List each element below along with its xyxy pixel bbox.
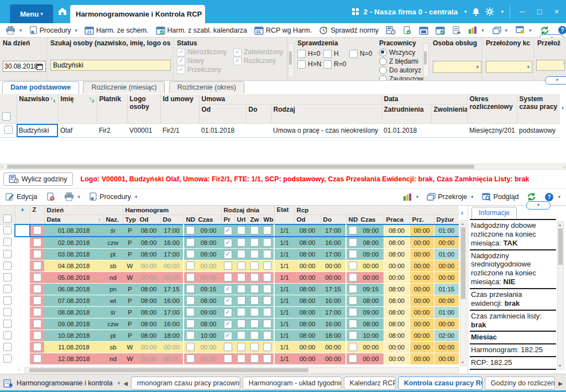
cell-rcp-do[interactable]: 17:00: [321, 224, 346, 237]
cell-pr[interactable]: ✓: [221, 249, 234, 260]
cell-harm-nd[interactable]: [184, 260, 196, 272]
pracownicy-scrollbar[interactable]: [423, 43, 429, 77]
cell-harm-nd[interactable]: [184, 353, 196, 365]
cell-naz[interactable]: nd: [103, 272, 123, 284]
checkbox[interactable]: [297, 60, 306, 69]
cell-harm-od[interactable]: 08:00: [137, 295, 160, 307]
status-option[interactable]: ✓Przeliczony: [177, 65, 230, 74]
cell-harm-do[interactable]: 00:00: [160, 342, 184, 353]
checkbox[interactable]: [3, 320, 12, 328]
bottom-tab[interactable]: Kalendarz RCP: [344, 377, 396, 390]
refresh-button[interactable]: [538, 25, 552, 35]
cell-harm-do[interactable]: 17:00: [160, 224, 184, 237]
wylicz-godziny-button[interactable]: Wylicz godziny: [3, 173, 73, 186]
checkbox[interactable]: [250, 354, 259, 363]
cell-rcp-nd[interactable]: [346, 272, 358, 284]
checkbox[interactable]: ✓: [177, 48, 185, 56]
window-settings-button[interactable]: ▾: [513, 25, 534, 35]
cell-pr[interactable]: ✓: [221, 330, 234, 342]
checkbox[interactable]: [263, 273, 271, 281]
cell-zwolnienia[interactable]: [431, 124, 467, 138]
cell-etat[interactable]: 1/1: [274, 260, 294, 272]
checkbox[interactable]: [349, 354, 357, 363]
cell-typ[interactable]: P: [123, 318, 137, 330]
cell-etat[interactable]: 1/1: [274, 237, 294, 249]
cell-prz[interactable]: 00:00: [410, 272, 434, 284]
cell-praca[interactable]: 08:00: [384, 237, 410, 249]
cell-rcp-od[interactable]: 08:00: [294, 224, 321, 237]
cell-dyzur[interactable]: 01:00: [434, 249, 459, 260]
tabs-scroll-left-icon[interactable]: ◀: [123, 380, 128, 386]
cell-expand[interactable]: [15, 318, 30, 330]
calculator-clock-icon[interactable]: [384, 25, 398, 35]
checkbox[interactable]: ✓: [177, 57, 185, 65]
cell-rcp-od[interactable]: 00:00: [294, 260, 321, 272]
cell-pr[interactable]: ✓: [221, 295, 234, 307]
checkbox[interactable]: [186, 285, 195, 293]
maximize-button[interactable]: □: [533, 7, 546, 16]
cell-naz[interactable]: wt: [103, 295, 123, 307]
cell-dyzur[interactable]: 00:00: [434, 237, 459, 249]
cell-url[interactable]: [234, 318, 248, 330]
radio-button[interactable]: [379, 49, 387, 56]
schedule-row[interactable]: 03.08.2018 pt P 08:00 17:00 09:00 ✓ 1/1 …: [0, 249, 459, 260]
cell-pr[interactable]: ✓: [221, 307, 234, 318]
checkbox[interactable]: ✓: [224, 309, 232, 317]
checkbox[interactable]: ✓: [224, 227, 232, 235]
cell-rcp-czas[interactable]: 00:00: [358, 260, 384, 272]
checkbox[interactable]: [33, 262, 41, 270]
cell-typ[interactable]: P: [123, 330, 137, 342]
checkbox[interactable]: [33, 250, 41, 258]
checkbox[interactable]: ✓: [224, 332, 232, 340]
cell-typ[interactable]: W: [123, 353, 137, 365]
cell-wb[interactable]: [261, 237, 274, 249]
cell-naz[interactable]: pn: [103, 284, 123, 295]
cell-zw[interactable]: [248, 307, 261, 318]
checkbox[interactable]: [33, 343, 41, 351]
checkbox[interactable]: [349, 331, 357, 339]
cell-typ[interactable]: P: [123, 284, 137, 295]
cell-rcp-od[interactable]: 08:00: [294, 295, 321, 307]
cell-imie[interactable]: Olaf: [58, 124, 97, 138]
cell-harm-czas[interactable]: 00:00: [196, 342, 221, 353]
schedule-row[interactable]: 02.08.2018 czw P 08:00 16:00 08:00 ✓ 1/1…: [0, 237, 459, 249]
cell-data[interactable]: 12.08.2018: [44, 353, 103, 365]
cell-harm-nd[interactable]: [184, 307, 196, 318]
help-button[interactable]: ? ▾: [542, 192, 563, 202]
cell-rcp-do[interactable]: 16:00: [321, 295, 346, 307]
checkbox[interactable]: [250, 285, 259, 293]
cell-harm-od[interactable]: 08:00: [137, 284, 160, 295]
cell-etat[interactable]: 1/1: [274, 330, 294, 342]
close-button[interactable]: ×: [551, 7, 563, 16]
cell-harm-do[interactable]: 00:00: [160, 272, 184, 284]
schedule-row[interactable]: 07.08.2018 wt P 08:00 16:00 08:00 ✓ 1/1 …: [0, 295, 459, 307]
cell-rcp-od[interactable]: 08:00: [294, 330, 321, 342]
cell-rcp-do[interactable]: 16:00: [321, 318, 346, 330]
cell-dyzur[interactable]: 02:00: [434, 330, 459, 342]
cell-dyzur[interactable]: 00:00: [434, 342, 459, 353]
schedule-row[interactable]: 09.08.2018 czw P 08:00 16:00 08:00 ✓ 1/1…: [0, 318, 459, 330]
checkbox[interactable]: [349, 250, 357, 258]
checkbox[interactable]: ✓: [177, 66, 185, 74]
checkbox[interactable]: [250, 226, 259, 234]
cell-wb[interactable]: [261, 330, 274, 342]
edycja-button[interactable]: Edycja: [3, 192, 40, 202]
checkbox[interactable]: [250, 296, 259, 305]
checkbox[interactable]: [33, 226, 41, 234]
cell-rcp-czas[interactable]: 08:00: [358, 237, 384, 249]
checkbox[interactable]: [3, 226, 12, 234]
persons-hscrollbar[interactable]: ‹ ›: [0, 164, 566, 170]
cell-prz[interactable]: 00:00: [410, 353, 434, 365]
document-export-icon[interactable]: [450, 25, 463, 35]
cell-praca[interactable]: 08:00: [384, 307, 410, 318]
schedule-row[interactable]: 11.08.2018 sb W 00:00 00:00 00:00 1/1 00…: [0, 342, 459, 353]
cell-expand[interactable]: [15, 249, 30, 260]
procedury-button[interactable]: Procedury ▾: [87, 192, 140, 202]
checkbox[interactable]: [349, 273, 357, 281]
checkbox[interactable]: [349, 343, 357, 351]
cell-zw[interactable]: [248, 353, 261, 365]
bottom-tab[interactable]: Harmonogram - układ tygodniowy: [243, 377, 342, 390]
schedule-vscrollbar[interactable]: ▴ ▾: [460, 220, 467, 366]
cell-expand[interactable]: [15, 295, 30, 307]
cell-rcp-do[interactable]: 17:15: [321, 284, 346, 295]
